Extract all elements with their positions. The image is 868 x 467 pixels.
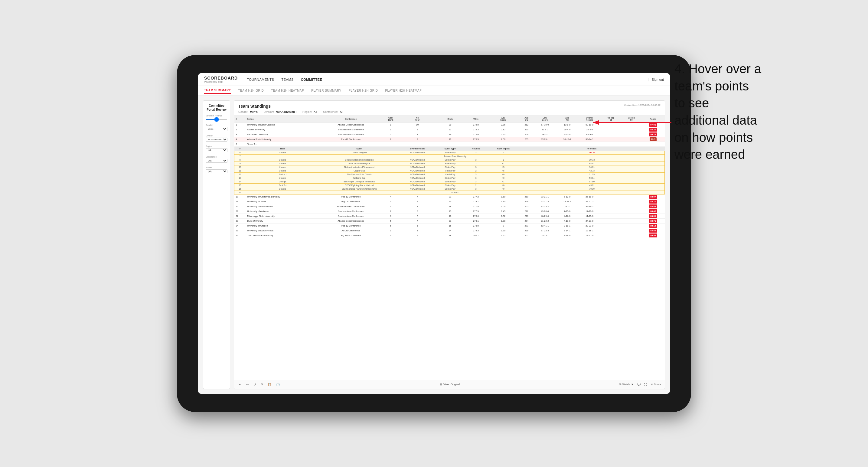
paste-button[interactable]: 📋 bbox=[267, 382, 273, 387]
overall-cell: 45-5-0 bbox=[578, 132, 601, 137]
subnav-team-h2h-grid[interactable]: TEAM H2H GRID bbox=[238, 88, 264, 93]
adj-score-cell bbox=[487, 142, 519, 147]
avg-all-cell: 33-19-1 bbox=[556, 137, 578, 142]
conf-cell bbox=[319, 142, 382, 147]
col-conference: Conference bbox=[319, 116, 382, 123]
copy-button[interactable]: ⧉ bbox=[259, 382, 264, 387]
main-content: Team Standings Update time: 13/03/2024 1… bbox=[234, 100, 665, 389]
rank-cell: 2 bbox=[235, 127, 246, 132]
points-value[interactable]: 79.5 bbox=[650, 137, 657, 141]
table-row[interactable]: 5 Texas T... bbox=[235, 142, 665, 147]
sign-out-link[interactable]: Sign out bbox=[652, 78, 664, 81]
avg-all-cell: 29-4-0 bbox=[556, 127, 578, 132]
subnav-team-summary[interactable]: TEAM SUMMARY bbox=[204, 87, 231, 94]
minimum-rounds-slider[interactable] bbox=[206, 119, 227, 120]
conf-cell: Southeastern Conference bbox=[319, 132, 382, 137]
filters-row: Gender: Men's Division: NCAA Division I … bbox=[238, 111, 660, 114]
filter-division-label: Division: bbox=[264, 111, 274, 114]
table-row[interactable]: 23 Duke University Atlantic Coast Confer… bbox=[235, 219, 665, 223]
conf-cell: Pac-12 Conference bbox=[319, 137, 382, 142]
standings-table: # School Conference ConfRank NoTour Rnds… bbox=[234, 116, 665, 238]
filter-conference: Conference: All bbox=[323, 111, 343, 114]
table-row[interactable]: 18 University of California, Berkeley Pa… bbox=[235, 194, 665, 199]
share-button[interactable]: ↗ Share bbox=[651, 383, 661, 386]
sidebar-conference-label: Conference bbox=[206, 156, 227, 158]
adj-score-cell: 2.50 bbox=[487, 137, 519, 142]
points-cell[interactable]: 90.22 bbox=[642, 132, 665, 137]
watch-button[interactable]: 👁 Watch ▼ bbox=[619, 383, 633, 386]
popup-col-num: # bbox=[235, 147, 246, 151]
table-row[interactable]: 24 University of Oregon Pac-12 Conferenc… bbox=[235, 223, 665, 228]
rank-cell: 4 bbox=[235, 137, 246, 142]
gender-select[interactable]: Men's bbox=[206, 127, 227, 131]
popup-data-row: 13 Univers Williams Cup NCAA Division I … bbox=[235, 176, 665, 180]
view-label[interactable]: View: Original bbox=[443, 383, 460, 386]
undo-button[interactable]: ↩ bbox=[238, 382, 243, 387]
fullscreen-icon: ⛶ bbox=[644, 383, 647, 386]
popup-data-row: 7 Arizona State University bbox=[235, 155, 665, 158]
filter-gender-label: Gender: bbox=[238, 111, 248, 114]
rnds-cell: 19 bbox=[435, 137, 465, 142]
share-icon: ↗ bbox=[651, 383, 653, 386]
subnav-player-h2h-grid[interactable]: PLAYER H2H GRID bbox=[349, 88, 378, 93]
nav-committee[interactable]: COMMITTEE bbox=[301, 76, 322, 83]
table-row[interactable]: 21 University of Alabama Southeastern Co… bbox=[235, 209, 665, 214]
table-row[interactable]: 19 University of Texas Big 12 Conference… bbox=[235, 199, 665, 204]
popup-data-row: 17 Univers bbox=[235, 191, 665, 194]
refresh-button[interactable]: ↺ bbox=[252, 382, 257, 387]
table-row[interactable]: 20 University of New Mexico Mountain Wes… bbox=[235, 204, 665, 209]
nav-teams[interactable]: TEAMS bbox=[281, 76, 293, 83]
comment-button[interactable]: 💬 bbox=[637, 383, 641, 386]
filter-division: Division: NCAA Division I bbox=[264, 111, 297, 114]
sidebar-division-label: Division bbox=[206, 134, 227, 137]
update-time: Update time: 13/03/2024 10:03:42 bbox=[624, 104, 660, 106]
clock-button[interactable]: 🕐 bbox=[275, 382, 281, 387]
nav-tournaments[interactable]: TOURNAMENTS bbox=[247, 76, 274, 83]
popup-data-row: 14 Georgia Ben Hogan Collegiate Invitati… bbox=[235, 180, 665, 184]
division-select[interactable]: NCAA Division I bbox=[206, 137, 227, 142]
sidebar-school-label: School bbox=[206, 166, 227, 168]
points-value[interactable]: 90.22 bbox=[649, 132, 657, 136]
region-select[interactable]: N/A bbox=[206, 148, 227, 152]
table-row-highlighted[interactable]: 4 Arizona State University Pac-12 Confer… bbox=[235, 137, 665, 142]
wins-cell: 272.3 bbox=[465, 127, 487, 132]
watch-dropdown-icon: ▼ bbox=[631, 383, 633, 386]
popup-data-row: 11 Univers Copper Cup NCAA Division I Ma… bbox=[235, 169, 665, 173]
school-select[interactable]: (All) bbox=[206, 169, 227, 173]
subnav-team-h2h-heatmap[interactable]: TEAM H2H HEATMAP bbox=[271, 88, 304, 93]
low-score-cell: 63-5-0 bbox=[534, 132, 556, 137]
conference-select[interactable]: (All) bbox=[206, 159, 227, 163]
sidebar-min-rounds: Minimum Rounds bbox=[206, 115, 227, 120]
annotation-text: 4. Hover over ateam's pointsto seeadditi… bbox=[675, 61, 844, 163]
table-row[interactable]: 22 Mississippi State University Southeas… bbox=[235, 214, 665, 219]
table-row[interactable]: 26 The Ohio State University Big Ten Con… bbox=[235, 233, 665, 238]
popup-col-event: Event bbox=[319, 147, 399, 151]
share-label[interactable]: Share bbox=[654, 383, 661, 386]
points-cell bbox=[642, 142, 665, 147]
nav-divider: | bbox=[648, 78, 649, 81]
no-tour-cell: 10 bbox=[399, 123, 435, 127]
fullscreen-button[interactable]: ⛶ bbox=[644, 383, 647, 386]
view-icon: ⊞ bbox=[440, 383, 442, 386]
table-row[interactable]: 3 Vanderbilt University Southeastern Con… bbox=[235, 132, 665, 137]
school-cell: Arizona State University bbox=[246, 137, 319, 142]
watch-icon: 👁 bbox=[619, 383, 621, 386]
points-cell[interactable]: 79.5 bbox=[642, 137, 665, 142]
toolbar-center: ⊞ View: Original bbox=[440, 383, 460, 386]
filter-conference-value: All bbox=[340, 111, 343, 114]
table-container[interactable]: # School Conference ConfRank NoTour Rnds… bbox=[234, 116, 665, 380]
popup-data-row: 12 Florida I The Cypress Point Classic N… bbox=[235, 173, 665, 176]
popup-data-row: 10 Univers National Invitational Tournam… bbox=[235, 165, 665, 169]
sidebar-title: CommitteePortal Review bbox=[206, 104, 227, 112]
subnav-player-h2h-heatmap[interactable]: PLAYER H2H HEATMAP bbox=[385, 88, 422, 93]
toolbar: ↩ ↪ ↺ ⧉ 📋 🕐 ⊞ View: Original 👁 bbox=[234, 380, 665, 389]
table-row[interactable]: 25 University of North Florida ASUN Conf… bbox=[235, 228, 665, 233]
filter-conference-label: Conference: bbox=[323, 111, 338, 114]
redo-button[interactable]: ↪ bbox=[245, 382, 250, 387]
subnav: TEAM SUMMARY TEAM H2H GRID TEAM H2H HEAT… bbox=[198, 86, 670, 96]
popup-data-row: 6 Univers Cabo Collegiate NCAA Division … bbox=[235, 151, 665, 155]
watch-label[interactable]: Watch bbox=[622, 383, 630, 386]
col-school: School bbox=[246, 116, 319, 123]
subnav-player-summary[interactable]: PLAYER SUMMARY bbox=[311, 88, 341, 93]
popup-header-row: # Team Event Event Division Event Type R… bbox=[235, 147, 665, 151]
